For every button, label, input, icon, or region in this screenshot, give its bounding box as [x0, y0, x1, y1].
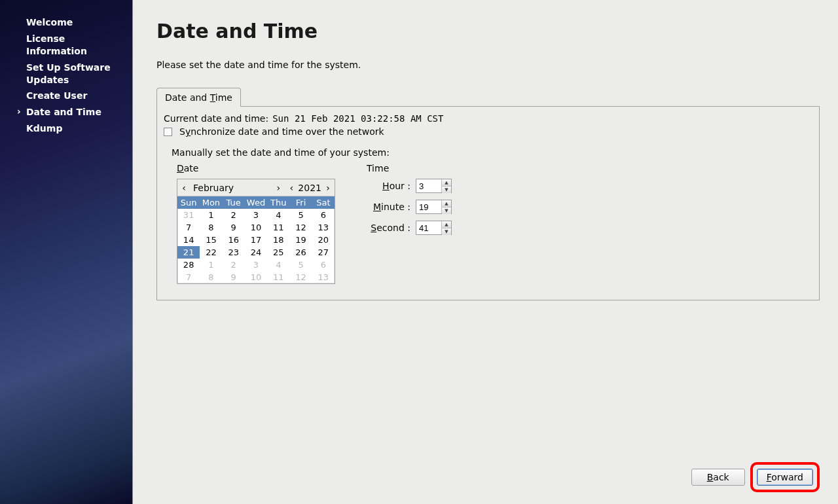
next-year-button[interactable]: › [321, 183, 335, 193]
sidebar-item-updates[interactable]: Set Up Software Updates [0, 60, 132, 88]
sidebar-item-date-time[interactable]: Date and Time [0, 104, 132, 120]
calendar-weekday: Mon [200, 196, 222, 209]
time-header: Time [367, 163, 452, 173]
calendar-day[interactable]: 7 [177, 271, 200, 283]
calendar-day[interactable]: 27 [312, 246, 335, 259]
calendar-weekday: Wed [245, 196, 267, 209]
second-down-icon[interactable]: ▼ [442, 228, 451, 235]
calendar-day[interactable]: 18 [267, 234, 289, 246]
main-content: Date and Time Please set the date and ti… [133, 0, 838, 504]
sidebar-item-kdump[interactable]: Kdump [0, 120, 132, 137]
calendar-day[interactable]: 12 [289, 221, 312, 234]
forward-highlight: Forward [750, 462, 820, 492]
calendar-day[interactable]: 4 [267, 209, 289, 221]
minute-row: Minute : ▲▼ [367, 200, 452, 214]
minute-spin-arrows[interactable]: ▲▼ [441, 200, 451, 213]
calendar-day[interactable]: 3 [245, 209, 267, 221]
page-description: Please set the date and time for the sys… [156, 60, 820, 70]
minute-label: Minute : [373, 202, 410, 212]
calendar-day[interactable]: 14 [177, 234, 200, 246]
minute-up-icon[interactable]: ▲ [442, 200, 451, 207]
calendar-day[interactable]: 24 [245, 246, 267, 259]
sidebar: Welcome License Information Set Up Softw… [0, 0, 133, 504]
calendar-day[interactable]: 9 [223, 271, 245, 283]
calendar-day[interactable]: 22 [200, 246, 222, 259]
time-column: Time Hour : ▲▼ Minute : ▲▼ [367, 163, 452, 284]
calendar-day[interactable]: 3 [245, 259, 267, 271]
calendar-weekday: Fri [289, 196, 312, 209]
calendar-day[interactable]: 16 [223, 234, 245, 246]
footer-buttons: Back Forward [691, 462, 820, 492]
calendar-day[interactable]: 5 [289, 259, 312, 271]
calendar-day[interactable]: 13 [312, 271, 335, 283]
calendar-weekday: Thu [267, 196, 289, 209]
tab-strip: Date and Time [156, 87, 820, 106]
second-spin-arrows[interactable]: ▲▼ [441, 221, 451, 234]
second-up-icon[interactable]: ▲ [442, 221, 451, 228]
calendar-day[interactable]: 9 [223, 221, 245, 234]
tab-date-time[interactable]: Date and Time [156, 88, 241, 107]
calendar-day[interactable]: 4 [267, 259, 289, 271]
hour-down-icon[interactable]: ▼ [442, 187, 451, 193]
current-datetime-value: Sun 21 Feb 2021 03:22:58 AM CST [272, 113, 443, 124]
second-label: Second : [371, 223, 410, 233]
date-header: Date [177, 163, 335, 173]
calendar-day[interactable]: 23 [223, 246, 245, 259]
prev-month-button[interactable]: ‹ [177, 183, 191, 193]
calendar-day[interactable]: 13 [312, 221, 335, 234]
second-spinner[interactable]: ▲▼ [416, 221, 452, 235]
calendar-day[interactable]: 11 [267, 271, 289, 283]
current-datetime-row: Current date and time: Sun 21 Feb 2021 0… [164, 113, 812, 124]
calendar-day[interactable]: 26 [289, 246, 312, 259]
hour-spinner[interactable]: ▲▼ [416, 179, 452, 193]
calendar-day[interactable]: 12 [289, 271, 312, 283]
back-button[interactable]: Back [691, 469, 745, 486]
calendar-year-label[interactable]: 2021 [298, 183, 321, 193]
calendar-day[interactable]: 8 [200, 221, 222, 234]
minute-down-icon[interactable]: ▼ [442, 207, 451, 214]
calendar-day[interactable]: 6 [312, 259, 335, 271]
calendar-day[interactable]: 11 [267, 221, 289, 234]
forward-button[interactable]: Forward [757, 469, 813, 486]
calendar-weekday: Sun [177, 196, 200, 209]
hour-up-icon[interactable]: ▲ [442, 179, 451, 187]
calendar-day[interactable]: 10 [245, 221, 267, 234]
tab-container: Date and Time Current date and time: Sun… [156, 87, 820, 300]
sync-checkbox[interactable] [164, 128, 172, 136]
calendar-day[interactable]: 8 [200, 271, 222, 283]
hour-input[interactable] [416, 179, 441, 192]
calendar-day[interactable]: 20 [312, 234, 335, 246]
calendar-day[interactable]: 2 [223, 209, 245, 221]
sidebar-item-create-user[interactable]: Create User [0, 88, 132, 104]
calendar-day[interactable]: 21 [177, 246, 200, 259]
minute-input[interactable] [416, 200, 441, 213]
calendar-day[interactable]: 7 [177, 221, 200, 234]
minute-spinner[interactable]: ▲▼ [416, 200, 452, 214]
calendar-nav: ‹ February › ‹ 2021 › [177, 179, 335, 196]
next-month-button[interactable]: › [272, 183, 285, 193]
calendar-day[interactable]: 25 [267, 246, 289, 259]
date-column: Date ‹ February › ‹ 2021 › [177, 163, 335, 284]
calendar-day[interactable]: 1 [200, 209, 222, 221]
calendar-weekday: Tue [223, 196, 245, 209]
calendar-day[interactable]: 5 [289, 209, 312, 221]
calendar-day[interactable]: 6 [312, 209, 335, 221]
tab-panel: Current date and time: Sun 21 Feb 2021 0… [156, 106, 820, 300]
sync-network-row[interactable]: Synchronize date and time over the netwo… [164, 126, 812, 137]
calendar-day[interactable]: 2 [223, 259, 245, 271]
calendar-day[interactable]: 1 [200, 259, 222, 271]
calendar-day[interactable]: 10 [245, 271, 267, 283]
sidebar-item-welcome[interactable]: Welcome [0, 14, 132, 31]
sidebar-item-license[interactable]: License Information [0, 31, 132, 60]
calendar-day[interactable]: 28 [177, 259, 200, 271]
hour-spin-arrows[interactable]: ▲▼ [441, 179, 451, 192]
second-input[interactable] [416, 221, 441, 234]
calendar-day[interactable]: 15 [200, 234, 222, 246]
calendar-month-label[interactable]: February [191, 183, 272, 193]
calendar-day[interactable]: 19 [289, 234, 312, 246]
calendar-grid: SunMonTueWedThuFriSat 311234567891011121… [177, 196, 335, 283]
calendar-day[interactable]: 17 [245, 234, 267, 246]
prev-year-button[interactable]: ‹ [285, 183, 298, 193]
second-row: Second : ▲▼ [367, 221, 452, 235]
calendar-day[interactable]: 31 [177, 209, 200, 221]
